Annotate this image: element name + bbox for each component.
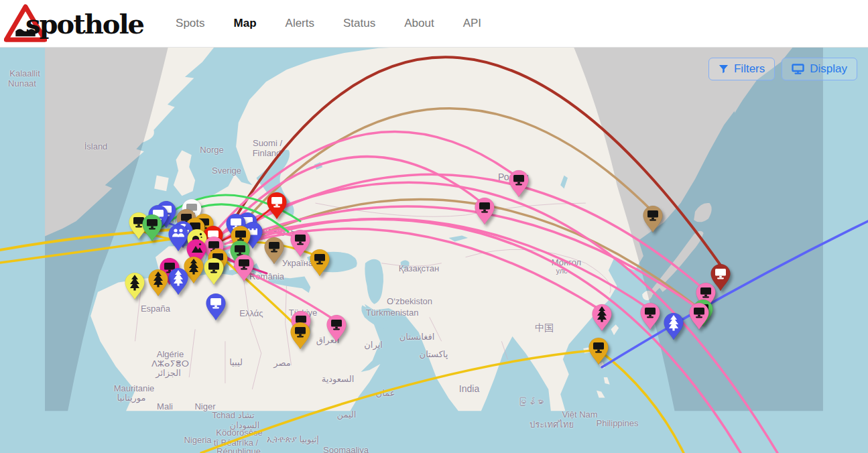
map-pin-tree-pink[interactable] — [592, 304, 612, 333]
route-arcs-layer — [0, 47, 868, 453]
map-pin-tree-yellow[interactable] — [125, 272, 145, 302]
filter-funnel-icon — [719, 64, 729, 74]
map-pin-monitor-tan[interactable] — [264, 237, 284, 266]
map-pin-monitor-pink[interactable] — [326, 314, 347, 344]
map-pin-monitor-gold[interactable] — [290, 322, 310, 351]
map-pin-monitor-pink[interactable] — [290, 229, 310, 259]
filters-button-label: Filters — [734, 62, 765, 76]
map-pin-monitor-tan[interactable] — [643, 205, 663, 235]
map-pin-monitor-pink[interactable] — [509, 170, 529, 199]
app-logo[interactable]: spothole — [4, 3, 143, 44]
filters-button[interactable]: Filters — [708, 58, 775, 80]
route-arc-gold — [599, 350, 684, 453]
route-arc-gold — [201, 350, 599, 453]
map-pin-monitor-pink[interactable] — [689, 302, 709, 332]
nav-item-alerts[interactable]: Alerts — [286, 17, 314, 30]
map-pin-monitor-blue[interactable] — [206, 293, 226, 322]
map-pin-monitor-red[interactable] — [267, 192, 287, 221]
display-button[interactable]: Display — [782, 58, 857, 80]
map-pin-monitor-gold[interactable] — [588, 337, 609, 367]
nav-item-status[interactable]: Status — [343, 17, 375, 30]
world-map-canvas[interactable]: KalaallitNunaatİslandNorgeSverigeSuomi /… — [0, 47, 868, 453]
map-pin-monitor-green[interactable] — [142, 214, 162, 243]
nav-item-about[interactable]: About — [404, 17, 434, 30]
display-monitor-icon — [792, 64, 804, 74]
map-pin-monitor-pink[interactable] — [234, 254, 254, 283]
map-pin-tree-blue[interactable] — [168, 267, 188, 297]
route-arc-tan — [233, 109, 654, 235]
map-pin-monitor-pink[interactable] — [475, 197, 495, 226]
main-nav: SpotsMapAlertsStatusAboutAPI — [176, 17, 481, 30]
nav-item-spots[interactable]: Spots — [176, 17, 204, 30]
map-pin-monitor-pink[interactable] — [640, 302, 660, 332]
map-pin-crowd-blue[interactable] — [168, 224, 188, 253]
brand-title: spothole — [25, 8, 143, 40]
map-pin-monitor-yellow[interactable] — [204, 257, 224, 287]
map-controls: Filters Display — [708, 58, 857, 80]
map-pin-tree-gold[interactable] — [148, 269, 168, 298]
nav-item-map[interactable]: Map — [234, 17, 257, 30]
nav-item-api[interactable]: API — [463, 17, 481, 30]
display-button-label: Display — [810, 62, 847, 76]
map-pin-tree-blue[interactable] — [664, 312, 684, 342]
map-pin-monitor-gold[interactable] — [310, 249, 330, 278]
top-navigation-bar: spothole SpotsMapAlertsStatusAboutAPI — [0, 0, 868, 48]
